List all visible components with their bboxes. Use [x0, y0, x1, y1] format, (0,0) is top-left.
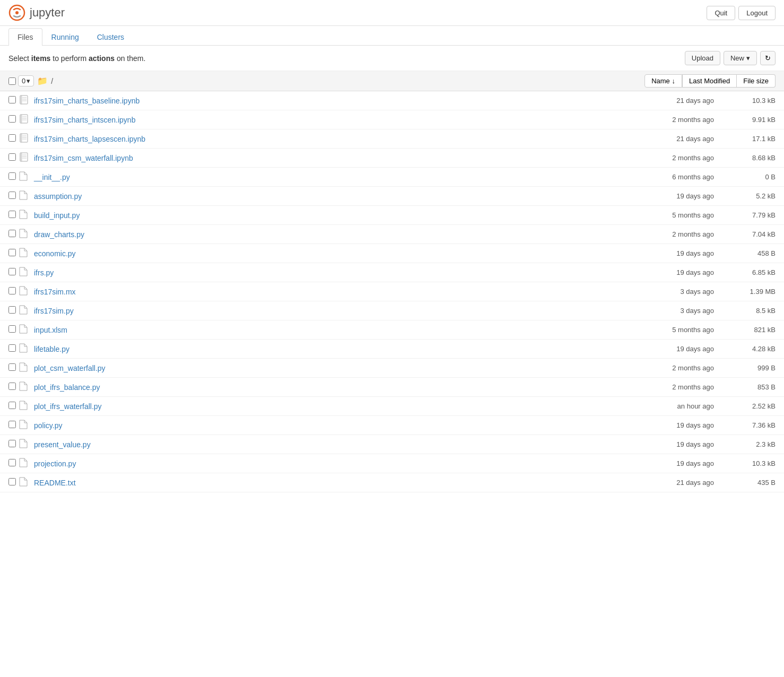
file-name-link[interactable]: ifrs17sim_charts_intscen.ipynb: [34, 116, 627, 124]
logout-button[interactable]: Logout: [738, 6, 776, 20]
row-checkbox[interactable]: [8, 383, 16, 390]
file-list: ifrs17sim_charts_baseline.ipynb21 days a…: [0, 91, 784, 492]
row-checkbox[interactable]: [8, 192, 16, 199]
file-size: 9.91 kB: [722, 116, 776, 124]
file-size: 10.3 kB: [722, 97, 776, 105]
row-checkbox[interactable]: [8, 363, 16, 371]
row-checkbox[interactable]: [8, 306, 16, 314]
file-modified: 3 days ago: [627, 307, 722, 315]
row-checkbox-container: [8, 211, 19, 220]
row-checkbox[interactable]: [8, 325, 16, 333]
row-checkbox[interactable]: [8, 478, 16, 485]
svg-point-1: [15, 11, 19, 14]
dropdown-arrow[interactable]: ▾: [27, 77, 30, 85]
file-name-link[interactable]: policy.py: [34, 421, 627, 430]
file-name-link[interactable]: ifrs17sim_csm_waterfall.ipynb: [34, 154, 627, 162]
table-row: input.xlsm5 months ago821 kB: [0, 320, 784, 340]
file-name-link[interactable]: ifrs17sim.py: [34, 307, 627, 315]
file-name-link[interactable]: plot_ifrs_waterfall.py: [34, 402, 627, 411]
row-checkbox[interactable]: [8, 96, 16, 103]
file-modified: 19 days ago: [627, 440, 722, 448]
file-header-left: 0 ▾ 📁 /: [8, 75, 644, 86]
tab-running[interactable]: Running: [42, 28, 88, 46]
file-modified: an hour ago: [627, 402, 722, 410]
row-checkbox[interactable]: [8, 459, 16, 466]
name-sort-button[interactable]: Name ↓: [644, 74, 682, 88]
file-name-link[interactable]: build_input.py: [34, 211, 627, 220]
new-button[interactable]: New ▾: [724, 51, 757, 65]
upload-button[interactable]: Upload: [685, 51, 720, 65]
select-all-checkbox[interactable]: [8, 77, 16, 85]
file-size: 6.85 kB: [722, 268, 776, 276]
file-name-link[interactable]: ifrs.py: [34, 268, 627, 277]
file-name-link[interactable]: ifrs17sim.mx: [34, 288, 627, 296]
select-all-container: 0 ▾: [8, 75, 34, 86]
tab-clusters[interactable]: Clusters: [88, 28, 133, 46]
notebook-icon: [19, 114, 32, 125]
file-name-link[interactable]: projection.py: [34, 459, 627, 468]
file-name-link[interactable]: input.xlsm: [34, 326, 627, 334]
file-name-link[interactable]: README.txt: [34, 479, 627, 487]
table-row: ifrs17sim.mx3 days ago1.39 MB: [0, 282, 784, 301]
file-name-link[interactable]: present_value.py: [34, 440, 627, 449]
file-modified: 5 months ago: [627, 211, 722, 219]
file-icon: [19, 439, 32, 450]
row-checkbox-container: [8, 383, 19, 392]
row-checkbox[interactable]: [8, 153, 16, 161]
file-name-link[interactable]: __init__.py: [34, 173, 627, 181]
size-sort-button[interactable]: File size: [737, 74, 776, 88]
file-modified: 2 months ago: [627, 364, 722, 372]
row-checkbox-container: [8, 287, 19, 296]
file-size: 5.2 kB: [722, 192, 776, 200]
file-modified: 19 days ago: [627, 192, 722, 200]
file-modified: 2 months ago: [627, 116, 722, 124]
quit-button[interactable]: Quit: [707, 6, 735, 20]
file-icon: [19, 229, 32, 240]
header: jupyter Quit Logout: [0, 0, 784, 26]
file-name-link[interactable]: assumption.py: [34, 192, 627, 201]
modified-sort-button[interactable]: Last Modified: [682, 74, 737, 88]
row-checkbox[interactable]: [8, 172, 16, 180]
row-checkbox[interactable]: [8, 134, 16, 142]
file-size: 10.3 kB: [722, 459, 776, 467]
row-checkbox[interactable]: [8, 115, 16, 123]
file-modified: 21 days ago: [627, 479, 722, 487]
file-modified: 2 months ago: [627, 383, 722, 391]
file-size: 821 kB: [722, 326, 776, 334]
selected-count: 0: [22, 77, 25, 85]
table-row: ifrs17sim_csm_waterfall.ipynb2 months ag…: [0, 149, 784, 168]
name-col-label: Name: [651, 77, 670, 85]
row-checkbox[interactable]: [8, 249, 16, 256]
row-checkbox-container: [8, 249, 19, 258]
row-checkbox[interactable]: [8, 421, 16, 428]
file-name-link[interactable]: plot_csm_waterfall.py: [34, 364, 627, 372]
jupyter-logo-icon: [8, 4, 25, 21]
refresh-button[interactable]: ↻: [760, 51, 776, 65]
tabs: Files Running Clusters: [8, 28, 776, 45]
file-modified: 21 days ago: [627, 135, 722, 143]
row-checkbox[interactable]: [8, 268, 16, 275]
row-checkbox[interactable]: [8, 211, 16, 218]
file-modified: 21 days ago: [627, 97, 722, 105]
row-checkbox-container: [8, 230, 19, 239]
table-row: plot_csm_waterfall.py2 months ago999 B: [0, 359, 784, 378]
selected-count-display: 0 ▾: [18, 75, 34, 86]
file-name-link[interactable]: ifrs17sim_charts_baseline.ipynb: [34, 97, 627, 105]
row-checkbox-container: [8, 363, 19, 372]
file-size: 2.3 kB: [722, 440, 776, 448]
file-size: 7.79 kB: [722, 211, 776, 219]
file-name-link[interactable]: ifrs17sim_charts_lapsescen.ipynb: [34, 135, 627, 143]
row-checkbox[interactable]: [8, 287, 16, 294]
row-checkbox[interactable]: [8, 402, 16, 409]
row-checkbox[interactable]: [8, 440, 16, 447]
file-size: 7.04 kB: [722, 230, 776, 238]
file-name-link[interactable]: draw_charts.py: [34, 230, 627, 239]
tab-files[interactable]: Files: [8, 28, 42, 46]
row-checkbox[interactable]: [8, 230, 16, 237]
file-name-link[interactable]: economic.py: [34, 249, 627, 258]
file-name-link[interactable]: plot_ifrs_balance.py: [34, 383, 627, 392]
row-checkbox[interactable]: [8, 344, 16, 352]
svg-rect-18: [20, 153, 22, 161]
file-name-link[interactable]: lifetable.py: [34, 345, 627, 353]
row-checkbox-container: [8, 306, 19, 315]
